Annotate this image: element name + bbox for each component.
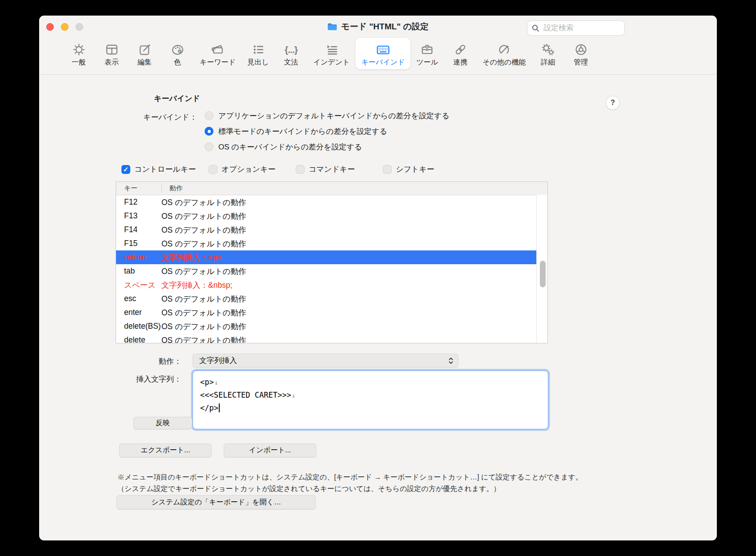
table-row[interactable]: F15OS のデフォルトの動作 [116, 237, 547, 250]
settings-window: モード "HTML" の設定 一般 [39, 16, 717, 540]
radio-option-app-default[interactable]: アプリケーションのデフォルトキーバインドからの差分を設定する [205, 111, 450, 121]
apply-button[interactable]: 反映 [133, 417, 192, 429]
pencil-square-icon [138, 42, 152, 57]
tab-color[interactable]: 色 [161, 38, 194, 69]
row-action: 文字列挿入：<p> [161, 252, 537, 263]
row-action: OS のデフォルトの動作 [161, 321, 547, 332]
tab-other-features[interactable]: その他の機能 [477, 38, 531, 69]
radio-option-os[interactable]: OS のキーバインドからの差分を設定する [205, 142, 450, 152]
window-layout-icon [105, 42, 119, 57]
table-row[interactable]: スペース文字列挿入：&nbsp; [116, 278, 547, 292]
open-system-settings-button[interactable]: システム設定の「キーボード」を開く… [117, 495, 316, 509]
tab-tools[interactable]: ツール [410, 38, 444, 69]
minimize-button[interactable] [61, 23, 68, 31]
gears-icon [541, 42, 555, 57]
tab-label: キーバインド [361, 59, 405, 66]
keybind-table-rows: F12OS のデフォルトの動作F13OS のデフォルトの動作F14OS のデフォ… [116, 195, 547, 343]
settings-search-field[interactable] [527, 20, 625, 36]
footnote-line1: ※メニュー項目のキーボードショートカットは、システム設定の、[キーボード → キ… [117, 471, 583, 483]
table-row[interactable]: deleteOS のデフォルトの動作 [116, 333, 547, 343]
tab-manage[interactable]: 管理 [564, 38, 597, 69]
insert-string-textarea[interactable]: <p>↓<<<SELECTED CARET>>>↓</p> [193, 371, 548, 429]
row-action: OS のデフォルトの動作 [161, 294, 547, 304]
row-key: F12 [116, 197, 161, 207]
row-key: delete(BS) [116, 322, 161, 331]
tab-display[interactable]: 表示 [95, 38, 128, 69]
row-key: esc [116, 294, 161, 303]
textarea-line: <<<SELECTED CARET>>>↓ [200, 389, 541, 402]
column-divider[interactable] [161, 185, 162, 193]
table-row[interactable]: F13OS のデフォルトの動作 [116, 209, 547, 223]
row-key: F14 [116, 225, 161, 234]
tab-label: 文法 [284, 59, 298, 66]
table-row[interactable]: return文字列挿入：<p> [116, 250, 537, 264]
tab-general[interactable]: 一般 [62, 38, 95, 69]
radio-option-standard-mode[interactable]: 標準モードのキーバインドからの差分を設定する [205, 126, 450, 136]
keybind-radio-group: アプリケーションのデフォルトキーバインドからの差分を設定する 標準モードのキーバ… [205, 111, 450, 157]
tab-label: キーワード [200, 59, 236, 66]
help-button[interactable]: ? [606, 96, 620, 110]
search-input[interactable] [543, 23, 620, 33]
row-key: return [116, 253, 161, 262]
circled-gear-icon [574, 42, 588, 57]
keybinding-table: キー 動作 F12OS のデフォルトの動作F13OS のデフォルトの動作F14O… [116, 181, 548, 343]
pencil-circle-icon [497, 42, 511, 57]
table-row[interactable]: enterOS のデフォルトの動作 [116, 306, 547, 319]
tab-grammar[interactable]: {...} 文法 [275, 38, 308, 69]
table-row[interactable]: F14OS のデフォルトの動作 [116, 223, 547, 237]
row-action: 文字列挿入：&nbsp; [161, 280, 547, 290]
text-caret [219, 403, 220, 412]
scrollbar-track[interactable] [536, 195, 547, 343]
action-label: 動作： [115, 356, 181, 367]
action-popup-button[interactable]: 文字列挿入 [193, 354, 458, 367]
tab-label: 一般 [72, 59, 86, 66]
row-key: F15 [116, 239, 161, 248]
table-row[interactable]: escOS のデフォルトの動作 [116, 292, 547, 306]
checkbox-checked-icon: ✓ [121, 165, 130, 174]
checkbox-control-key[interactable]: ✓ コントロールキー [121, 164, 209, 174]
row-action: OS のデフォルトの動作 [161, 211, 547, 222]
tab-keybindings[interactable]: キーバインド [355, 38, 410, 69]
tab-indent[interactable]: インデント [308, 38, 356, 69]
table-row[interactable]: F12OS のデフォルトの動作 [116, 195, 547, 209]
column-header-key[interactable]: キー [116, 184, 161, 193]
line-break-mark: ↓ [292, 391, 296, 399]
table-row[interactable]: tabOS のデフォルトの動作 [116, 264, 547, 278]
tab-edit[interactable]: 編集 [128, 38, 161, 69]
tab-label: ツール [416, 59, 438, 66]
table-row[interactable]: delete(BS)OS のデフォルトの動作 [116, 319, 547, 333]
tab-label: 管理 [574, 59, 588, 66]
column-header-action[interactable]: 動作 [169, 184, 183, 193]
gear-icon [72, 42, 86, 57]
tab-advanced[interactable]: 詳細 [531, 38, 564, 69]
palette-icon [171, 42, 185, 57]
import-button[interactable]: インポート... [224, 443, 316, 457]
tab-label: 表示 [105, 59, 119, 66]
row-key: tab [116, 266, 161, 276]
tab-keywords[interactable]: キーワード [194, 38, 241, 69]
page-title: キーバインド [154, 93, 200, 104]
popup-value: 文字列挿入 [199, 355, 237, 366]
link-icon [454, 42, 467, 57]
export-button[interactable]: エクスポート... [119, 443, 212, 457]
chevron-up-down-icon [448, 357, 454, 365]
braces-icon: {...} [285, 42, 298, 57]
checkbox-shift-key[interactable]: シフトキー [383, 164, 434, 174]
row-key: スペース [116, 280, 161, 290]
zoom-button[interactable] [76, 23, 83, 31]
checkbox-icon [383, 165, 392, 174]
checkbox-option-key[interactable]: オプションキー [209, 164, 296, 174]
row-action: OS のデフォルトの動作 [161, 225, 547, 235]
scrollbar-thumb[interactable] [540, 261, 546, 287]
row-action: OS のデフォルトの動作 [161, 307, 547, 318]
row-action: OS のデフォルトの動作 [161, 197, 547, 208]
row-key: F13 [116, 211, 161, 221]
modifier-key-checkboxes: ✓ コントロールキー オプションキー コマンドキー シフトキー [121, 164, 434, 174]
wallet-icon [211, 42, 225, 57]
checkbox-command-key[interactable]: コマンドキー [296, 164, 383, 174]
textarea-line: <p>↓ [200, 376, 541, 389]
tab-integration[interactable]: 連携 [444, 38, 477, 69]
close-button[interactable] [46, 23, 54, 31]
checkbox-icon [296, 165, 305, 174]
tab-headings[interactable]: 見出し [241, 38, 274, 69]
